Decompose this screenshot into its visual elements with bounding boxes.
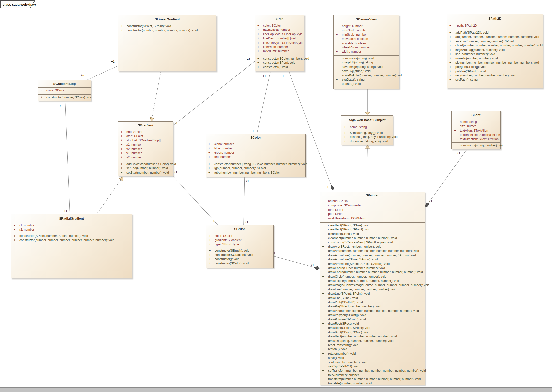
class-title: SBrush (206, 225, 273, 233)
generalization-sradialgradient-sgradient-triangle-marker (119, 177, 123, 181)
operation-row: +svgData(): string (334, 78, 399, 82)
attributes-compartment: +color: SColor+dashOffset: number+lineCa… (255, 23, 304, 56)
class-title: SGradientStop (38, 80, 91, 88)
operation-row: +constructor(number, SColor): void (38, 95, 91, 100)
operation-row: +toPx(number): number (320, 373, 425, 377)
attribute-row: +lineDash: number[] | null (255, 36, 304, 41)
operation-row: +lineTo(number, number): void (447, 52, 543, 56)
operations-compartment: +constructor(string): void+imageUrl(stri… (334, 56, 399, 89)
class-scanvasview[interactable]: SCanvasView +height: number+maxScale: nu… (333, 15, 399, 89)
class-scolor[interactable]: SColor +alpha: number+blue: number+green… (206, 134, 306, 177)
operation-row: +drawArrowLine(number, number, number, n… (320, 253, 425, 257)
class-title: SGradient (118, 122, 173, 129)
operation-row: +drawPath(SPath2D): void (320, 300, 425, 304)
operation-row: +connect(string, any, Function): void (341, 135, 393, 139)
class-title: SPath2D (447, 14, 543, 23)
operation-row: +constructor(SPoint, number, SPoint, num… (11, 234, 132, 238)
assoc-sgradient-sbrush[interactable] (173, 176, 218, 225)
attribute-row: +start: SPoint (118, 134, 173, 138)
attribute-row: +gradient: SGradient (206, 238, 273, 242)
class-spen[interactable]: SPen +color: SColor+dashOffset: number+l… (255, 15, 304, 71)
attribute-row: +blue: number (206, 146, 305, 151)
class-title: SPainter (320, 192, 425, 198)
operation-row: +drawArc(number, number, number, number,… (320, 249, 425, 253)
operation-row: +rotate(number): void (320, 352, 425, 356)
assoc-spen-scolor-multiplicity-0: +1 (263, 74, 266, 78)
attributes-compartment: +alpha: number+blue: number+green: numbe… (206, 141, 305, 161)
class-spainter[interactable]: SPainter +brush: SBrush+composite: SComp… (320, 192, 425, 385)
class-sbrush[interactable]: SBrush +color: SColor+gradient: SGradien… (206, 225, 274, 268)
attribute-row: +y2: number (118, 155, 173, 160)
attribute-row: +brush: SBrush (320, 199, 425, 203)
assoc-scolor-sbrush-multiplicity-1: +1 (245, 221, 248, 224)
assoc-sgradientstop-slineargradient[interactable] (87, 66, 118, 80)
frame-tab-label: class saga-web-draw (3, 3, 36, 6)
class-title: SPen (255, 15, 304, 23)
generalization-sradialgradient-sgradient[interactable] (97, 180, 121, 213)
generalization-spainter-sobject[interactable] (368, 148, 368, 192)
class-sobject[interactable]: saga-web-base::SObject +name: string +$e… (341, 115, 393, 145)
operations-compartment: +addPath(SPath2D): void+arc(number, numb… (447, 30, 543, 88)
generalization-spainter-sobject-triangle-marker (365, 145, 370, 148)
class-sgradientstop[interactable]: SGradientStop -color: SColor +constructo… (38, 80, 91, 101)
composition-sbrush-spainter[interactable] (274, 256, 314, 267)
class-slineargradient[interactable]: SLinearGradient +constructor(SPoint, SPo… (118, 15, 216, 71)
operation-row: +drawLine(SPoint, SPoint): void (320, 292, 425, 296)
operations-compartment: +addColorStop(number, SColor): void+setE… (118, 161, 173, 176)
attributes-compartment: +name: string (341, 124, 393, 130)
operations-compartment: +constructor(string, number): void (452, 143, 500, 149)
composition-sfont-spainter[interactable] (429, 150, 467, 203)
attribute-row: +red: number (206, 155, 305, 159)
attribute-row: +_path: SPath2D (447, 24, 543, 28)
class-sfont[interactable]: SFont +name: string+size: numer+textAlig… (451, 111, 501, 149)
class-sgradient[interactable]: SGradient +end: SPoint+start: SPoint+sto… (118, 121, 173, 176)
operation-row: +drawEllipse(number, number, number, num… (320, 279, 425, 283)
class-title: SColor (206, 134, 305, 141)
operation-row: +setStart(number, number): void (118, 171, 173, 175)
assoc-sgradient-sbrush-multiplicity-0: +1 (174, 171, 177, 174)
attribute-row: +r2: number (11, 228, 132, 232)
class-title: SRadialGradient (11, 214, 132, 223)
generalization-slineargradient-sgradient[interactable] (152, 71, 161, 118)
attribute-row: -color: SColor (38, 88, 91, 92)
assoc-spen-scolor[interactable] (257, 72, 270, 134)
operation-row: +transform(number, number, number, numbe… (320, 377, 425, 381)
operation-row: +drawArrowLine(SLine, SArrow): void (320, 257, 425, 262)
operation-row: +constructor(number, number, number, num… (11, 238, 132, 242)
operation-row: +setClip(SPath2D): void (320, 364, 425, 369)
operation-row: +pie(number, number, number, number, num… (447, 61, 543, 65)
class-sradialgradient[interactable]: SRadialGradient +r1: number+r2: number +… (11, 214, 132, 278)
operation-row: +constructor(SPoint, SPoint): void (118, 24, 216, 28)
assoc-sgradient-spen-multiplicity-0: +1 (174, 121, 178, 125)
assoc-scolor-sbrush[interactable] (244, 177, 245, 225)
assoc-spen-scolor-multiplicity-1: +1 (252, 129, 256, 133)
operation-row: +scale(number, number): void (320, 360, 425, 364)
assoc-sgradientstop-sradialgradient[interactable] (65, 101, 70, 214)
attribute-row: +x2: number (118, 147, 173, 151)
operation-row: +setEnd(number, number): void (118, 166, 173, 170)
operation-row: +drawArrowLine(SPoint, SPoint, SArrow): … (320, 262, 425, 266)
operation-row: +constructor(SColor, number): void (255, 57, 304, 61)
operation-row: +constructor(SColor): void (206, 261, 273, 266)
class-spath2d[interactable]: SPath2D +_path: SPath2D +addPath(SPath2D… (447, 14, 543, 88)
attribute-row: +textAlign: STextAlign (452, 129, 500, 133)
composition-sbrush-spainter-diamond-marker (314, 266, 320, 270)
composition-sbrush-spainter-multiplicity-1: +1 (311, 264, 314, 267)
attribute-row: +pen: SPen (320, 212, 425, 216)
operations-compartment: +$emit(string, any[]): void+connect(stri… (341, 130, 393, 145)
operation-row: +$emit(string, any[]): void (341, 131, 393, 135)
operation-row: +drawRect(SPoint, SSize): void (320, 330, 425, 334)
operations-compartment: +constructor(SPoint, SPoint): void+const… (118, 23, 216, 71)
operation-row: +restore(): void (320, 347, 425, 351)
operation-row: +addPath(SPath2D): void (447, 31, 543, 35)
attribute-row: +color: SColor (206, 234, 273, 238)
attribute-row: +moveable: boolean (334, 37, 399, 41)
operations-compartment: +constructor(SPoint, number, SPoint, num… (11, 233, 132, 278)
operation-row: +drawChord(number, number, number, numbe… (320, 270, 425, 274)
operation-row: +imageUrl(string): string (334, 60, 399, 65)
operation-row: +drawPolyline(SPoint[]): void (320, 317, 425, 322)
composition-sfont-spainter-multiplicity-1: +1 (429, 200, 432, 203)
attribute-row: +width: number (334, 50, 399, 54)
attribute-row: +green: number (206, 151, 305, 155)
assoc-sgradientstop-slineargradient-multiplicity-1: +1 (111, 60, 115, 63)
